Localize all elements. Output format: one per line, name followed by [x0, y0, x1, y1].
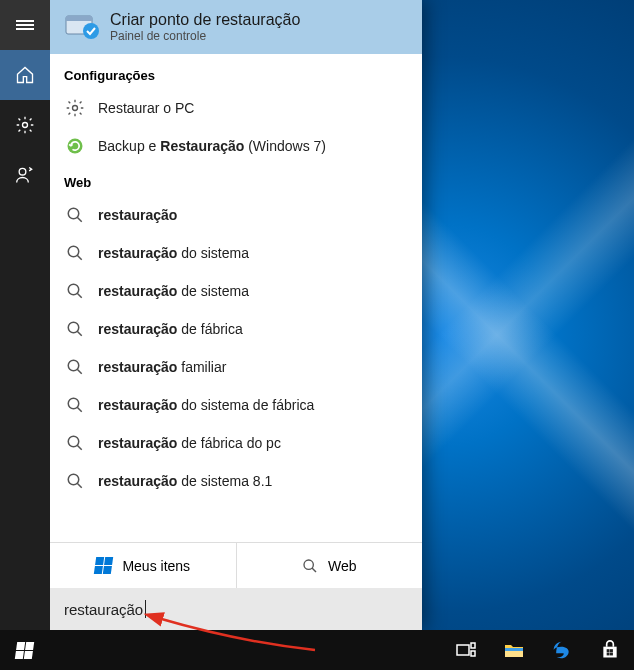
svg-point-4 — [83, 23, 99, 39]
store-icon — [600, 640, 620, 660]
hamburger-icon — [16, 18, 34, 32]
result-label: restauração do sistema — [98, 245, 249, 261]
search-icon — [66, 396, 84, 414]
web-result-4[interactable]: restauração familiar — [50, 348, 422, 386]
taskbar-edge[interactable] — [538, 630, 586, 670]
svg-point-5 — [73, 106, 78, 111]
search-box[interactable]: restauração — [50, 588, 422, 630]
result-label: restauração — [98, 207, 177, 223]
settings-header: Configurações — [50, 58, 422, 89]
search-main: Criar ponto de restauração Painel de con… — [50, 0, 422, 630]
gear-icon — [15, 115, 35, 135]
results-list: Configurações Restaurar o PCBackup e Res… — [50, 54, 422, 542]
restore-point-icon — [64, 10, 98, 44]
search-icon — [66, 244, 84, 262]
svg-rect-3 — [66, 16, 92, 21]
svg-rect-27 — [471, 651, 475, 656]
search-panel: Criar ponto de restauração Painel de con… — [0, 0, 422, 630]
result-label: restauração familiar — [98, 359, 226, 375]
svg-line-18 — [77, 407, 82, 412]
feedback-icon — [15, 165, 35, 185]
svg-point-17 — [68, 398, 79, 409]
web-result-1[interactable]: restauração do sistema — [50, 234, 422, 272]
taskbar-file-explorer[interactable] — [490, 630, 538, 670]
sidebar-settings[interactable] — [0, 100, 50, 150]
taskbar-task-view[interactable] — [442, 630, 490, 670]
start-button[interactable] — [0, 630, 48, 670]
search-sidebar — [0, 0, 50, 630]
search-icon — [66, 320, 84, 338]
svg-line-14 — [77, 331, 82, 336]
web-result-3[interactable]: restauração de fábrica — [50, 310, 422, 348]
gear-icon — [65, 98, 85, 118]
svg-line-20 — [77, 445, 82, 450]
search-icon — [66, 282, 84, 300]
svg-point-9 — [68, 246, 79, 257]
windows-icon — [94, 557, 113, 574]
taskbar — [0, 630, 634, 670]
svg-line-8 — [77, 217, 82, 222]
svg-rect-25 — [457, 645, 469, 655]
svg-rect-29 — [505, 648, 523, 651]
svg-rect-33 — [610, 653, 613, 656]
svg-point-1 — [19, 168, 26, 175]
svg-line-16 — [77, 369, 82, 374]
folder-icon — [504, 642, 524, 658]
sidebar-feedback[interactable] — [0, 150, 50, 200]
best-match-title: Criar ponto de restauração — [110, 11, 300, 29]
search-text: restauração — [64, 601, 143, 618]
settings-result-0[interactable]: Restaurar o PC — [50, 89, 422, 127]
web-result-0[interactable]: restauração — [50, 196, 422, 234]
svg-rect-31 — [610, 649, 613, 652]
svg-line-10 — [77, 255, 82, 260]
result-label: restauração de fábrica — [98, 321, 243, 337]
svg-point-11 — [68, 284, 79, 295]
svg-line-22 — [77, 483, 82, 488]
svg-point-0 — [23, 123, 28, 128]
best-match[interactable]: Criar ponto de restauração Painel de con… — [50, 0, 422, 54]
search-icon — [66, 206, 84, 224]
windows-logo-icon — [14, 642, 33, 659]
svg-rect-26 — [471, 643, 475, 648]
web-header: Web — [50, 165, 422, 196]
web-result-7[interactable]: restauração de sistema 8.1 — [50, 462, 422, 500]
svg-line-24 — [312, 568, 316, 572]
svg-point-7 — [68, 208, 79, 219]
svg-point-15 — [68, 360, 79, 371]
svg-point-19 — [68, 436, 79, 447]
svg-line-12 — [77, 293, 82, 298]
search-icon — [66, 472, 84, 490]
svg-point-23 — [304, 560, 313, 569]
filter-my-stuff-label: Meus itens — [122, 558, 190, 574]
result-label: Restaurar o PC — [98, 100, 194, 116]
svg-rect-32 — [607, 653, 610, 656]
web-result-6[interactable]: restauração de fábrica do pc — [50, 424, 422, 462]
filter-my-stuff[interactable]: Meus itens — [50, 543, 236, 588]
settings-result-1[interactable]: Backup e Restauração (Windows 7) — [50, 127, 422, 165]
svg-rect-30 — [607, 649, 610, 652]
text-caret — [145, 600, 146, 618]
web-result-2[interactable]: restauração de sistema — [50, 272, 422, 310]
result-label: restauração de sistema — [98, 283, 249, 299]
search-icon — [302, 558, 318, 574]
sidebar-home[interactable] — [0, 50, 50, 100]
search-icon — [66, 358, 84, 376]
best-match-subtitle: Painel de controle — [110, 29, 300, 43]
svg-point-13 — [68, 322, 79, 333]
search-icon — [66, 434, 84, 452]
backup-icon — [65, 136, 85, 156]
web-result-5[interactable]: restauração do sistema de fábrica — [50, 386, 422, 424]
result-label: restauração de sistema 8.1 — [98, 473, 272, 489]
filter-web[interactable]: Web — [236, 543, 423, 588]
svg-point-21 — [68, 474, 79, 485]
result-label: Backup e Restauração (Windows 7) — [98, 138, 326, 154]
filter-web-label: Web — [328, 558, 357, 574]
home-icon — [15, 65, 35, 85]
menu-button[interactable] — [0, 0, 50, 50]
result-label: restauração de fábrica do pc — [98, 435, 281, 451]
task-view-icon — [456, 642, 476, 658]
filter-bar: Meus itens Web — [50, 542, 422, 588]
edge-icon — [552, 640, 572, 660]
taskbar-store[interactable] — [586, 630, 634, 670]
result-label: restauração do sistema de fábrica — [98, 397, 314, 413]
